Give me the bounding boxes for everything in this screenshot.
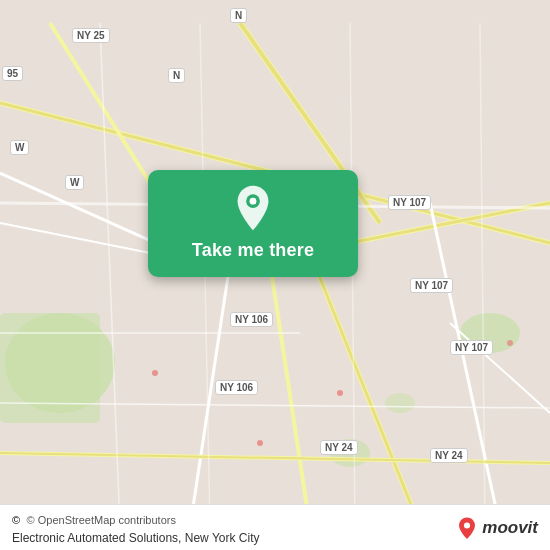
road-label-ny107-mid: NY 107 <box>410 278 453 293</box>
copyright-symbol: © <box>12 514 20 526</box>
svg-point-30 <box>152 370 158 376</box>
road-label-ny106-2: NY 106 <box>230 312 273 327</box>
road-label-n1: N <box>230 8 247 23</box>
road-label-ny107-bot: NY 107 <box>450 340 493 355</box>
svg-rect-2 <box>0 313 100 423</box>
road-label-w2: W <box>65 175 84 190</box>
attribution-text: © OpenStreetMap contributors <box>27 514 176 526</box>
take-me-there-card[interactable]: Take me there <box>148 170 358 277</box>
bottom-bar: © © OpenStreetMap contributors Electroni… <box>0 504 550 550</box>
road-label-n2: N <box>168 68 185 83</box>
svg-point-31 <box>257 440 263 446</box>
attribution-container: © © OpenStreetMap contributors Electroni… <box>12 510 259 546</box>
road-label-i95: 95 <box>2 66 23 81</box>
svg-point-32 <box>337 390 343 396</box>
svg-point-37 <box>464 522 470 528</box>
road-label-ny106-3: NY 106 <box>215 380 258 395</box>
location-pin-icon <box>229 184 277 232</box>
moovit-logo: moovit <box>456 517 538 539</box>
road-label-w1: W <box>10 140 29 155</box>
svg-point-5 <box>385 393 415 413</box>
moovit-text: moovit <box>482 518 538 538</box>
road-label-ny25: NY 25 <box>72 28 110 43</box>
moovit-pin-icon <box>456 517 478 539</box>
map-container: NY 25NY 107NY 107NY 107NY 106NY 106NY 10… <box>0 0 550 550</box>
svg-point-36 <box>250 198 257 205</box>
take-me-there-label: Take me there <box>192 240 314 261</box>
svg-point-34 <box>507 340 513 346</box>
road-label-ny24-2: NY 24 <box>430 448 468 463</box>
road-label-ny24-1: NY 24 <box>320 440 358 455</box>
location-text: Electronic Automated Solutions, New York… <box>12 531 259 545</box>
road-label-ny107-top: NY 107 <box>388 195 431 210</box>
